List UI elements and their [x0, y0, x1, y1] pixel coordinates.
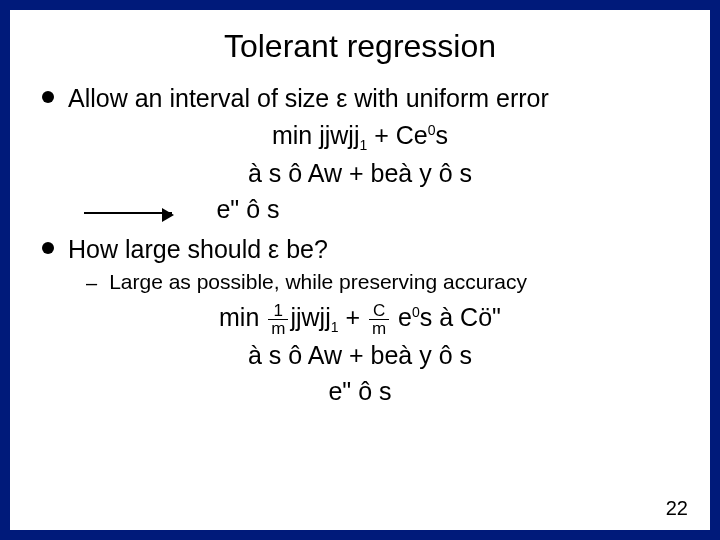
numerator: C	[369, 302, 389, 320]
bullet-2: How large should ε be?	[42, 234, 684, 264]
superscript: 0	[428, 122, 436, 138]
fraction: 1m	[268, 302, 288, 337]
slide-frame: Tolerant regression Allow an interval of…	[0, 0, 720, 540]
denominator: m	[369, 320, 389, 337]
equation-2-line-1: min 1mjjwjj1 + Cm e0s à Cö"	[36, 301, 684, 337]
equation-2-line-2: à s ô Aw + beà y ô s	[36, 339, 684, 373]
eq-text: jjwjj	[290, 303, 330, 331]
bullet-1-text: Allow an interval of size ε with uniform…	[68, 83, 549, 113]
arrow-row: e" ô s	[84, 193, 684, 227]
bullet-dot-icon	[42, 91, 54, 103]
page-number: 22	[666, 497, 688, 520]
dash-icon: –	[86, 272, 97, 295]
equation-1-line-3: e" ô s	[216, 195, 279, 223]
numerator: 1	[268, 302, 288, 320]
superscript: 0	[412, 304, 420, 320]
denominator: m	[268, 320, 288, 337]
slide-title: Tolerant regression	[36, 28, 684, 65]
sub-bullet-1: – Large as possible, while preserving ac…	[86, 270, 684, 295]
eq-text: e	[391, 303, 412, 331]
bullet-dot-icon	[42, 242, 54, 254]
equation-2-line-3: e" ô s	[36, 375, 684, 409]
bullet-1: Allow an interval of size ε with uniform…	[42, 83, 684, 113]
subscript: 1	[331, 319, 339, 335]
bullet-2-text: How large should ε be?	[68, 234, 328, 264]
right-arrow-icon	[84, 212, 172, 214]
sub-bullet-1-text: Large as possible, while preserving accu…	[109, 270, 527, 294]
eq-text: +	[339, 303, 368, 331]
eq-text: + Ce	[367, 121, 427, 149]
eq-text: s à Cö"	[420, 303, 501, 331]
eq-text: s	[436, 121, 449, 149]
equation-1-line-2: à s ô Aw + beà y ô s	[36, 157, 684, 191]
eq-text: min jjwjj	[272, 121, 360, 149]
fraction: Cm	[369, 302, 389, 337]
equation-1-line-1: min jjwjj1 + Ce0s	[36, 119, 684, 155]
eq-text: min	[219, 303, 266, 331]
